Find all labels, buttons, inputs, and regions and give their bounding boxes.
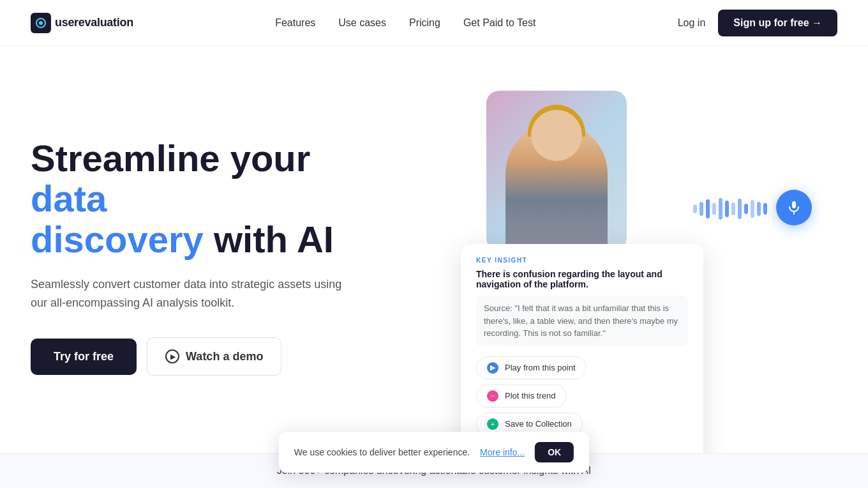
hero-section: Streamline your data discovery with AI S… [0,46,868,455]
nav-pricing[interactable]: Pricing [409,17,440,29]
hero-title-blue2: discovery [31,218,204,260]
hero-right: KEY INSIGHT There is confusion regarding… [454,91,837,423]
wave-bar [706,199,710,218]
logo-icon [31,13,51,33]
wave-bar [738,199,742,219]
cookie-text: We use cookies to deliver better experie… [294,447,470,457]
wave-bar [725,201,729,217]
person-silhouette [505,123,608,250]
hero-title-part1: Streamline your [31,137,310,179]
navbar: userevaluation Features Use cases Pricin… [0,0,868,46]
nav-get-paid[interactable]: Get Paid to Test [463,17,536,29]
hero-left: Streamline your data discovery with AI S… [31,138,388,376]
play-point-button[interactable]: ▶ Play from this point [476,356,587,379]
play-point-label: Play from this point [505,363,576,372]
wave-bar [700,202,703,216]
wave-bar [757,202,761,216]
try-free-button[interactable]: Try for free [31,339,137,375]
login-link[interactable]: Log in [678,17,706,29]
wave-bar [719,198,722,220]
wave-bar [763,203,767,215]
wave-bar [751,200,754,218]
hero-title-blue1: data [31,178,107,219]
wave-bar [712,203,716,215]
insight-title: There is confusion regarding the layout … [476,269,688,289]
play-circle-icon: ▶ [165,349,179,363]
svg-rect-2 [792,201,796,208]
logo-text: userevaluation [55,16,133,29]
nav-links: Features Use cases Pricing Get Paid to T… [275,17,535,29]
watch-demo-button[interactable]: ▶ Watch a demo [147,337,281,376]
play-point-icon: ▶ [487,362,498,374]
plot-trend-button[interactable]: ~ Plot this trend [476,385,567,408]
nav-actions: Log in Sign up for free → [678,10,837,36]
save-collection-label: Save to Collection [505,419,572,429]
signup-button[interactable]: Sign up for free → [718,10,837,36]
wave-bar [744,204,748,214]
watch-demo-label: Watch a demo [186,350,263,363]
insight-badge: KEY INSIGHT [476,257,688,264]
mic-button[interactable] [776,190,812,225]
person-card [486,91,627,250]
plot-trend-label: Plot this trend [505,391,556,400]
cookie-banner: We use cookies to deliver better experie… [279,432,589,473]
insight-quote: Source: "I felt that it was a bit unfami… [476,296,688,346]
person-head [531,110,582,161]
hero-title-part2: with AI [204,218,334,260]
plot-trend-icon: ~ [487,390,498,402]
cookie-more-link[interactable]: More info... [480,447,525,457]
save-collection-icon: + [487,418,498,430]
logo[interactable]: userevaluation [31,13,133,33]
hero-title: Streamline your data discovery with AI [31,138,388,260]
wave-bar [731,202,735,215]
nav-use-cases[interactable]: Use cases [338,17,386,29]
nav-features[interactable]: Features [275,17,315,29]
wave-bar [693,204,697,213]
svg-point-1 [39,21,43,25]
hero-subtitle: Seamlessly convert customer data into st… [31,275,350,312]
audio-wave [693,198,767,220]
hero-buttons: Try for free ▶ Watch a demo [31,337,388,376]
cookie-ok-button[interactable]: OK [535,442,574,462]
